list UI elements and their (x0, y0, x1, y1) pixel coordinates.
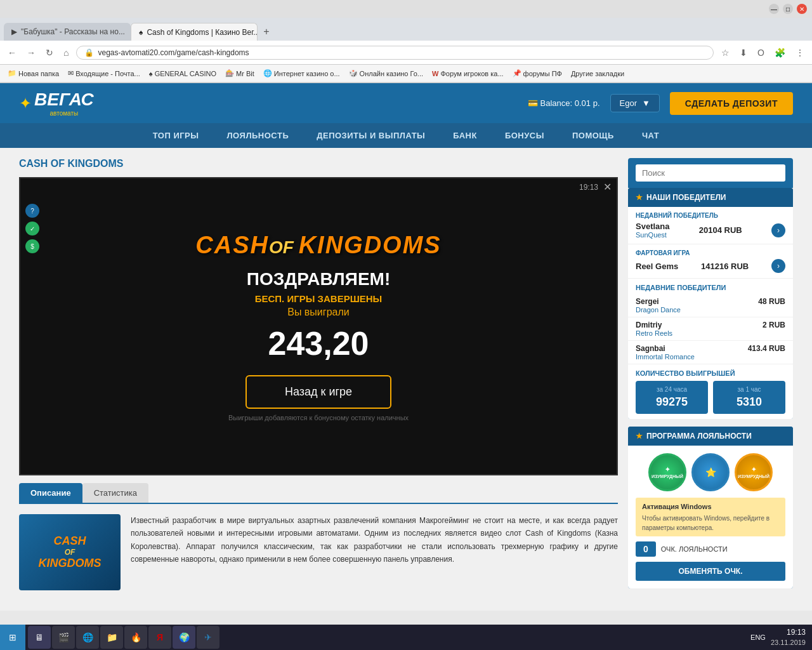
check-icon[interactable]: ✓ (25, 222, 39, 235)
lucky-game-amount: 141216 RUB (701, 262, 749, 271)
bookmark-casino3[interactable]: 🎲 Онлайн казино Го... (346, 68, 426, 79)
help-icon[interactable]: ? (25, 204, 39, 218)
user-dropdown[interactable]: Egor ▼ (610, 94, 660, 112)
game-close-button[interactable]: ✕ (603, 181, 612, 193)
bookmark-label: форумы ПФ (523, 70, 562, 77)
deposit-button[interactable]: СДЕЛАТЬ ДЕПОЗИТ (670, 92, 793, 115)
description-text: Известный разработчик в мире виртуальных… (131, 514, 618, 590)
rw2-info: Sagnbai Immortal Romance (636, 344, 695, 361)
nav-chat[interactable]: ЧАТ (628, 123, 673, 148)
tab2-favicon: ♠ (139, 28, 143, 37)
lucky-game-arrow-button[interactable]: › (771, 259, 785, 273)
game-thumb-inner: CASH OF KINGDOMS (19, 514, 121, 590)
nav-help[interactable]: ПОМОЩЬ (558, 123, 628, 148)
nav-top-games[interactable]: ТОП ИГРЫ (139, 123, 213, 148)
lucky-game-name: Reel Gems (636, 262, 678, 271)
exchange-points-button[interactable]: ОБМЕНЯТЬ ОЧК. (636, 562, 785, 581)
nav-deposits[interactable]: ДЕПОЗИТЫ И ВЫПЛАТЫ (303, 123, 439, 148)
back-button[interactable]: ← (5, 46, 19, 59)
recent-winner-info: Svetlana SunQuest (636, 222, 669, 239)
search-input[interactable] (636, 164, 785, 182)
win-notice: Выигрыши добавляются к бонусному остатку… (195, 414, 441, 421)
user-name: Egor (620, 98, 637, 108)
forward-button[interactable]: → (24, 46, 38, 59)
bookmark-folder[interactable]: 📁 Новая папка (5, 68, 62, 79)
recent-winner-1: Dmitriy Retro Reels 2 RUB (628, 317, 793, 341)
rw1-name: Dmitriy (636, 321, 672, 329)
nav-bank[interactable]: БАНК (439, 123, 491, 148)
logo-text: ВЕГАС (34, 90, 94, 109)
extensions-button[interactable]: 🧩 (772, 46, 788, 59)
recent-winner-2: Sagnbai Immortal Romance 413.4 RUB (628, 341, 793, 364)
balance-display: 💳 Balance: 0.01 р. (528, 98, 600, 108)
tab-description[interactable]: Описание (19, 483, 82, 503)
maximize-button[interactable]: □ (783, 4, 793, 14)
period-1h-label: за 1 час (718, 386, 780, 393)
recent-winners-header: НЕДАВНИЕ ПОБЕДИТЕЛИ (628, 279, 793, 294)
star-icon: ★ (636, 193, 643, 202)
game-logo-container: CASH OF KINGDOMS (195, 232, 441, 259)
browser-chrome: — □ ✕ ▶ "Бабушка" - Рассказы на но... ✕ … (0, 0, 812, 83)
bookmark-casino2[interactable]: 🌐 Интернет казино о... (261, 68, 343, 79)
opera-button[interactable]: O (755, 46, 767, 59)
forum2-icon: 📌 (513, 69, 521, 77)
medal-gold: ✦ ИЗУМРУДНЫЙ (735, 453, 773, 491)
bookmark-forum2[interactable]: 📌 форумы ПФ (510, 68, 565, 79)
points-value: 0 (636, 541, 656, 557)
recent-winner-arrow-button[interactable]: › (771, 223, 785, 237)
nav-loyalty[interactable]: ЛОЯЛЬНОСТЬ (213, 123, 303, 148)
game-timer: 19:13 (579, 183, 598, 192)
tabs-bar: ▶ "Бабушка" - Рассказы на но... ✕ ♠ Cash… (0, 18, 812, 41)
recent-winner-row: Svetlana SunQuest 20104 RUB › (636, 222, 785, 239)
download-button[interactable]: ⬇ (737, 46, 750, 59)
rw2-game: Immortal Romance (636, 353, 695, 361)
game-logo-kingdoms: KINGDOMS (299, 232, 442, 258)
loyalty-body: ✦ ИЗУМРУДНЫЙ ⭐ ✦ ИЗУМРУД (628, 446, 793, 588)
game-container: ? ✓ $ 19:13 ✕ CASH OF KINGDOMS (19, 177, 618, 475)
winners-panel-title: НАШИ ПОБЕДИТЕЛИ (646, 193, 726, 202)
rw0-name: Sergei (636, 297, 681, 306)
tab1-title: "Бабушка" - Рассказы на но... (21, 27, 125, 36)
back-to-game-button[interactable]: Назад к игре (246, 375, 391, 409)
dollar-icon[interactable]: $ (25, 239, 39, 253)
loyalty-panel: ★ ПРОГРАММА ЛОЯЛЬНОСТИ ✦ ИЗУМРУДНЫЙ (628, 427, 793, 588)
game-logo-cash: CASH (195, 232, 269, 258)
bookmark-mail[interactable]: ✉ Входящие - Почта... (65, 68, 143, 79)
folder-icon: 📁 (8, 69, 16, 77)
new-tab-button[interactable]: + (258, 23, 275, 41)
lucky-game-label: ФАРТОВАЯ ИГРА (636, 249, 785, 256)
tab-statistics[interactable]: Статистика (82, 483, 148, 503)
browser-tab-1[interactable]: ▶ "Бабушка" - Рассказы на но... ✕ (4, 23, 131, 41)
header-right: 💳 Balance: 0.01 р. Egor ▼ СДЕЛАТЬ ДЕПОЗИ… (528, 92, 793, 115)
bookmark-forum[interactable]: W Форум игроков ка... (429, 69, 506, 79)
nav-bonuses[interactable]: БОНУСЫ (491, 123, 558, 148)
medal-center: ⭐ (691, 453, 730, 491)
browser-tab-2[interactable]: ♠ Cash of Kingdoms | Казино Вег... ✕ (131, 23, 258, 41)
game-logo-of: OF (269, 237, 299, 257)
bookmarks-bar: 📁 Новая папка ✉ Входящие - Почта... ♠ GE… (0, 65, 812, 83)
home-button[interactable]: ⌂ (61, 46, 71, 59)
game-sidebar-icons: ? ✓ $ (25, 204, 39, 253)
rw1-amount: 2 RUB (763, 321, 785, 329)
url-text: vegas-avtomati20.com/game/cash-kingdoms (98, 48, 249, 57)
win-count-row: за 24 часа 99275 за 1 час 5310 (636, 381, 785, 414)
bookmark-more[interactable]: Другие закладки (568, 69, 627, 79)
loyalty-panel-header: ★ ПРОГРАММА ЛОЯЛЬНОСТИ (628, 427, 793, 446)
url-input[interactable]: 🔒 vegas-avtomati20.com/game/cash-kingdom… (76, 46, 714, 60)
lucky-game-info: Reel Gems (636, 262, 678, 271)
refresh-button[interactable]: ↻ (43, 46, 56, 59)
logo-area: ✦ ВЕГАС автоматы (19, 90, 94, 117)
main-nav: ТОП ИГРЫ ЛОЯЛЬНОСТЬ ДЕПОЗИТЫ И ВЫПЛАТЫ Б… (0, 123, 812, 148)
win-screen: CASH OF KINGDOMS ПОЗДРАВЛЯЕМ! БЕСП. ИГРЫ… (183, 219, 454, 434)
minimize-button[interactable]: — (769, 4, 779, 14)
recent-winner-amount: 20104 RUB (699, 225, 742, 235)
bookmark-casino1[interactable]: ♠ GENERAL CASINO (147, 69, 219, 79)
sidebar-right: ★ НАШИ ПОБЕДИТЕЛИ НЕДАВНИЙ ПОБЕДИТЕЛЬ Sv… (628, 158, 793, 600)
rw0-game: Dragon Dance (636, 306, 681, 314)
content-tabs: Описание Статистика (19, 483, 618, 504)
menu-button[interactable]: ⋮ (793, 46, 807, 59)
close-button[interactable]: ✕ (797, 4, 807, 14)
bookmark-label: Mr Bit (236, 70, 254, 77)
star-button[interactable]: ☆ (719, 46, 732, 59)
bookmark-mrbit[interactable]: 🎰 Mr Bit (223, 68, 257, 79)
